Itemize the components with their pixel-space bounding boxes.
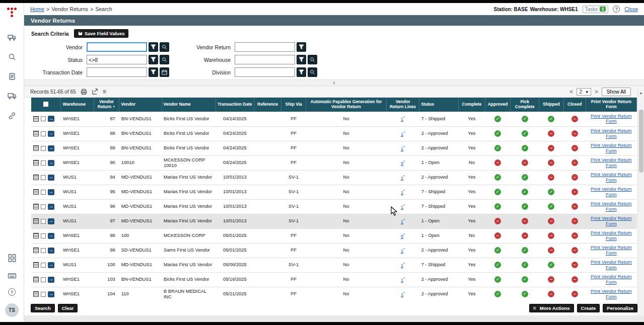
table-row[interactable]: →WUS196MD-VENDUS1Marias First US Vendor1… xyxy=(31,199,637,214)
status-lookup-button[interactable] xyxy=(160,55,169,64)
export-icon[interactable] xyxy=(92,89,98,95)
row-detail-icon[interactable] xyxy=(33,248,39,253)
print-vendor-return-form-link[interactable]: Print Vendor Return Form xyxy=(591,216,632,226)
link-icon[interactable] xyxy=(7,111,17,121)
row-checkbox[interactable] xyxy=(41,160,46,166)
vendor-lookup-button[interactable] xyxy=(160,42,169,52)
row-open-icon[interactable]: → xyxy=(48,277,54,283)
col-status[interactable]: Status xyxy=(419,98,459,112)
row-checkbox[interactable] xyxy=(41,175,46,180)
row-open-icon[interactable]: → xyxy=(48,145,54,151)
page-select-dropdown[interactable]: 2 ▾ xyxy=(577,88,592,96)
table-row[interactable]: →WUS195MD-VENDUS1Marias First US Vendor1… xyxy=(31,185,637,199)
col-vendor-name[interactable]: Vendor Name xyxy=(162,98,216,112)
vendor-filter-button[interactable] xyxy=(149,42,158,52)
vendor-return-filter-button[interactable] xyxy=(297,42,306,52)
scrollbar-thumb[interactable] xyxy=(639,110,643,173)
row-detail-icon[interactable] xyxy=(33,233,39,238)
table-row[interactable]: →WUS1100MD-VENDUS1Marias First US Vendor… xyxy=(31,258,637,272)
row-open-icon[interactable]: → xyxy=(48,233,54,239)
table-row[interactable]: →WHSE199SD-VENDUS1Sams First US Vendor05… xyxy=(31,243,637,258)
print-vendor-return-form-link[interactable]: Print Vendor Return Form xyxy=(591,201,632,212)
table-row[interactable]: →WHSE187BN-VENDUS1Bicks First US Vendor0… xyxy=(31,112,637,126)
row-open-icon[interactable]: → xyxy=(48,262,54,268)
next-page-button[interactable]: > xyxy=(595,89,598,95)
clipboard-icon[interactable] xyxy=(7,71,17,82)
row-checkbox[interactable] xyxy=(41,248,46,253)
row-open-icon[interactable]: → xyxy=(48,291,54,297)
col-closed[interactable]: Closed xyxy=(563,98,586,112)
show-all-button[interactable]: Show All xyxy=(602,88,631,96)
print-vendor-return-form-link[interactable]: Print Vendor Return Form xyxy=(591,274,632,285)
delivery-truck-icon[interactable] xyxy=(7,91,17,101)
division-lookup-button[interactable] xyxy=(308,67,317,77)
transaction-date-input[interactable] xyxy=(87,67,147,77)
create-button[interactable]: Create xyxy=(577,304,600,312)
division-input[interactable] xyxy=(235,67,295,77)
user-avatar[interactable]: TS xyxy=(5,303,19,317)
row-checkbox[interactable] xyxy=(41,131,46,136)
row-checkbox[interactable] xyxy=(41,263,46,268)
row-detail-icon[interactable] xyxy=(33,291,39,297)
row-checkbox[interactable] xyxy=(41,146,46,151)
app-logo[interactable] xyxy=(7,8,17,17)
col-vendor-return-lines[interactable]: Vendor Return Lines xyxy=(386,98,419,112)
table-row[interactable]: →WHSE198100MCKESSON CORP05/01/2025PFNo0*… xyxy=(31,228,637,243)
collapse-search-button[interactable]: ∧ xyxy=(24,79,644,86)
truck-icon[interactable] xyxy=(7,32,17,42)
warehouse-input[interactable] xyxy=(235,55,295,64)
print-vendor-return-form-link[interactable]: Print Vendor Return Form xyxy=(591,143,632,153)
print-vendor-return-form-link[interactable]: Print Vendor Return Form xyxy=(591,230,632,241)
search-circle-icon[interactable] xyxy=(7,52,17,62)
row-open-icon[interactable]: → xyxy=(48,189,54,195)
col-auto-payables[interactable]: Automatic Payables Generation for Vendor… xyxy=(306,98,386,112)
more-actions-button[interactable]: ≡More Actions xyxy=(529,304,574,312)
row-checkbox[interactable] xyxy=(41,277,46,282)
row-open-icon[interactable]: → xyxy=(48,204,54,210)
row-detail-icon[interactable] xyxy=(33,160,39,166)
table-row[interactable]: →WHSE188BN-VENDUS1Bicks First US Vendor0… xyxy=(31,126,637,141)
row-checkbox[interactable] xyxy=(41,204,46,209)
row-open-icon[interactable]: → xyxy=(48,116,54,122)
row-open-icon[interactable]: → xyxy=(48,175,54,181)
transaction-date-filter-button[interactable] xyxy=(149,67,158,77)
search-button[interactable]: Search xyxy=(31,304,55,312)
division-filter-button[interactable] xyxy=(297,67,306,77)
breadcrumb-home-link[interactable]: Home xyxy=(30,6,44,12)
close-link[interactable]: Close xyxy=(624,6,638,12)
row-detail-icon[interactable] xyxy=(33,204,39,209)
print-vendor-return-form-link[interactable]: Print Vendor Return Form xyxy=(591,289,632,299)
row-detail-icon[interactable] xyxy=(33,262,39,268)
save-field-values-button[interactable]: Save Field Values xyxy=(74,29,129,38)
print-vendor-return-form-link[interactable]: Print Vendor Return Form xyxy=(591,114,632,124)
table-row[interactable]: →WUS194MD-VENDUS1Marias First US Vendor1… xyxy=(31,170,637,185)
row-open-icon[interactable]: → xyxy=(48,248,54,254)
print-vendor-return-form-link[interactable]: Print Vendor Return Form xyxy=(591,187,632,197)
vertical-scrollbar[interactable]: ▲ xyxy=(637,90,644,315)
table-row[interactable]: →WHSE1104110B BRAUN MEDICAL INC05/21/202… xyxy=(31,287,637,301)
select-all-checkbox[interactable] xyxy=(43,102,48,107)
row-detail-icon[interactable] xyxy=(33,277,39,282)
apps-grid-icon[interactable] xyxy=(7,253,17,263)
row-checkbox[interactable] xyxy=(41,116,46,121)
keyboard-icon[interactable] xyxy=(7,271,17,281)
col-reference[interactable]: Reference xyxy=(254,98,281,112)
print-vendor-return-form-link[interactable]: Print Vendor Return Form xyxy=(591,172,632,183)
col-shipped[interactable]: Shipped xyxy=(539,98,563,112)
tasks-button[interactable]: Tasks 1 xyxy=(583,6,609,13)
row-detail-icon[interactable] xyxy=(33,218,39,224)
row-detail-icon[interactable] xyxy=(33,175,39,180)
row-open-icon[interactable]: → xyxy=(48,131,54,137)
row-checkbox[interactable] xyxy=(41,292,46,297)
vendor-return-input[interactable] xyxy=(235,42,295,52)
row-detail-icon[interactable] xyxy=(33,145,39,151)
print-icon[interactable] xyxy=(81,89,87,95)
warehouse-lookup-button[interactable] xyxy=(308,55,317,64)
col-ship-via[interactable]: Ship Via xyxy=(281,98,306,112)
vendor-input[interactable] xyxy=(87,42,147,52)
personalize-button[interactable]: Personalize xyxy=(603,304,637,312)
row-checkbox[interactable] xyxy=(41,219,46,224)
table-row[interactable]: →WHSE1103BN-VENDUS1Bicks First US Vendor… xyxy=(31,272,637,287)
print-vendor-return-form-link[interactable]: Print Vendor Return Form xyxy=(591,260,632,270)
print-vendor-return-form-link[interactable]: Print Vendor Return Form xyxy=(591,157,632,168)
